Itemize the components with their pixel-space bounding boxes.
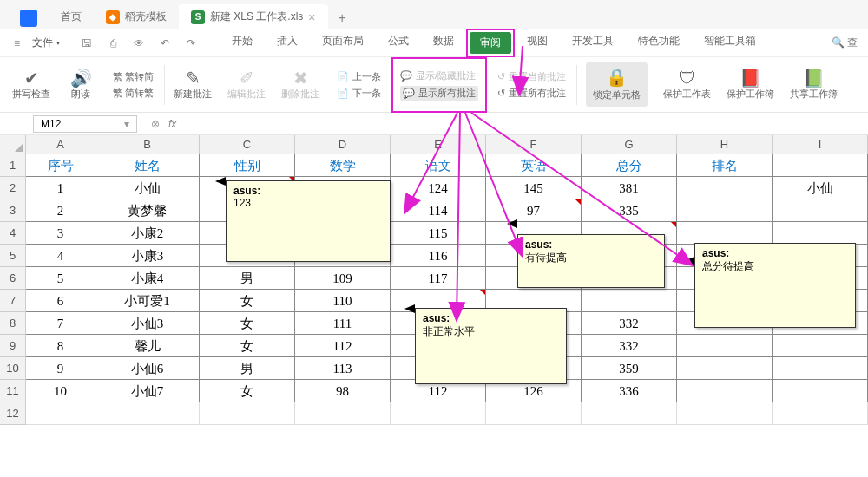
data-cell[interactable]: 女 (200, 290, 295, 312)
data-cell[interactable] (295, 402, 391, 425)
data-cell[interactable] (773, 199, 868, 222)
data-cell[interactable] (677, 357, 773, 380)
data-cell[interactable]: 小仙 (95, 177, 200, 199)
data-cell[interactable] (773, 222, 868, 245)
data-cell[interactable]: 黄梦馨 (95, 199, 200, 222)
data-cell[interactable]: 114 (391, 199, 486, 222)
undo-icon[interactable]: ↶ (154, 34, 176, 53)
data-cell[interactable] (95, 402, 200, 425)
btn-prev[interactable]: 📄 上一条 (337, 70, 381, 83)
data-cell[interactable]: 115 (391, 222, 486, 245)
data-cell[interactable] (677, 335, 773, 357)
data-cell[interactable] (773, 357, 868, 380)
chevron-down-icon[interactable]: ▾ (124, 118, 129, 130)
header-cell[interactable]: 姓名 (95, 154, 200, 177)
data-cell[interactable]: 332 (582, 312, 677, 335)
col-header[interactable]: G (582, 135, 677, 154)
data-cell[interactable]: 小康3 (95, 245, 200, 267)
data-cell[interactable] (773, 402, 868, 425)
tab-start[interactable]: 开始 (220, 29, 265, 57)
btn-edit-comment[interactable]: ✐ 编辑批注 (220, 61, 273, 109)
tab-special[interactable]: 特色功能 (626, 29, 692, 57)
data-cell[interactable]: 117 (391, 267, 486, 290)
data-cell[interactable] (26, 402, 95, 425)
header-cell[interactable]: 排名 (677, 154, 773, 177)
tab-layout[interactable]: 页面布局 (310, 29, 376, 57)
fx-icon[interactable]: fx (168, 118, 176, 130)
header-cell[interactable]: 序号 (26, 154, 95, 177)
tab-data[interactable]: 数据 (421, 29, 466, 57)
btn-new-comment[interactable]: ✎ 新建批注 (167, 61, 219, 109)
row-header[interactable]: 7 (0, 290, 26, 312)
data-cell[interactable] (200, 402, 295, 425)
data-cell[interactable] (391, 402, 486, 425)
close-icon[interactable]: × (308, 10, 315, 24)
data-cell[interactable]: 335 (582, 199, 677, 222)
data-cell[interactable]: 女 (200, 380, 295, 402)
data-cell[interactable]: 3 (26, 222, 95, 245)
data-cell[interactable]: 8 (26, 335, 95, 357)
data-cell[interactable]: 332 (582, 335, 677, 357)
data-cell[interactable] (486, 402, 582, 425)
btn-read[interactable]: 🔊 朗读 (59, 61, 102, 109)
data-cell[interactable]: 124 (391, 177, 486, 199)
data-cell[interactable]: 9 (26, 357, 95, 380)
data-cell[interactable] (582, 402, 677, 425)
data-cell[interactable]: 98 (295, 380, 391, 402)
btn-jian2fan[interactable]: 繁 简转繁 (113, 87, 154, 100)
data-cell[interactable]: 小可爱1 (95, 290, 200, 312)
data-cell[interactable] (677, 402, 773, 425)
col-header[interactable]: A (26, 135, 95, 154)
btn-protect-sheet[interactable]: 🛡 保护工作表 (656, 61, 718, 109)
btn-next[interactable]: 📄 下一条 (337, 87, 381, 100)
btn-reset-all[interactable]: ↺ 重置所有批注 (497, 87, 566, 100)
tab-home[interactable]: 首页 (49, 4, 94, 29)
data-cell[interactable]: 7 (26, 312, 95, 335)
comment-box-f3[interactable]: asus: 有待提高 (517, 234, 665, 288)
menu-icon[interactable]: ≡ (9, 37, 25, 49)
data-cell[interactable]: 110 (295, 290, 391, 312)
data-cell[interactable] (677, 199, 773, 222)
row-header[interactable]: 11 (0, 380, 26, 402)
comment-box-e7[interactable]: asus: 非正常水平 (415, 308, 567, 384)
col-header[interactable]: F (486, 135, 582, 154)
data-cell[interactable]: 113 (295, 357, 391, 380)
data-cell[interactable] (773, 335, 868, 357)
row-header[interactable]: 9 (0, 335, 26, 357)
tab-aitools[interactable]: 智能工具箱 (692, 29, 768, 57)
redo-icon[interactable]: ↷ (180, 34, 202, 53)
btn-spellcheck[interactable]: ✔ 拼写检查 (5, 61, 57, 109)
data-cell[interactable]: 男 (200, 357, 295, 380)
file-menu[interactable]: 文件▾ (25, 32, 67, 54)
btn-del-comment[interactable]: ✖ 删除批注 (274, 61, 326, 109)
data-cell[interactable]: 97 (486, 199, 582, 222)
comment-box-g4[interactable]: asus: 总分待提高 (694, 243, 856, 328)
col-header[interactable]: C (200, 135, 295, 154)
preview-icon[interactable]: 👁 (128, 34, 150, 53)
btn-share-book[interactable]: 📗 共享工作簿 (783, 61, 845, 109)
spreadsheet[interactable]: ABCDEFGHI 123456789101112 序号姓名性别数学语文英语总分… (0, 135, 868, 477)
tab-add[interactable]: + (328, 7, 357, 29)
header-cell[interactable]: 数学 (295, 154, 391, 177)
data-cell[interactable]: 馨儿 (95, 335, 200, 357)
col-header[interactable]: D (295, 135, 391, 154)
data-cell[interactable]: 小康4 (95, 267, 200, 290)
row-header[interactable]: 6 (0, 267, 26, 290)
btn-lock-cell[interactable]: 🔒 锁定单元格 (579, 61, 654, 109)
header-cell[interactable] (773, 154, 868, 177)
row-header[interactable]: 2 (0, 177, 26, 199)
col-header[interactable]: B (95, 135, 200, 154)
data-cell[interactable]: 小仙7 (95, 380, 200, 402)
data-cell[interactable] (677, 222, 773, 245)
data-cell[interactable]: 女 (200, 312, 295, 335)
data-cell[interactable] (582, 290, 677, 312)
header-cell[interactable]: 英语 (486, 154, 582, 177)
save-icon[interactable]: 🖫 (76, 34, 98, 53)
data-cell[interactable]: 145 (486, 177, 582, 199)
data-cell[interactable]: 116 (391, 245, 486, 267)
btn-reset-cur[interactable]: ↺ 重置当前批注 (497, 70, 566, 83)
data-cell[interactable] (773, 380, 868, 402)
search-icon[interactable]: 🔍 查 (832, 36, 868, 50)
row-header[interactable]: 5 (0, 245, 26, 267)
btn-show-hide[interactable]: 💬 显示/隐藏批注 (400, 69, 476, 82)
